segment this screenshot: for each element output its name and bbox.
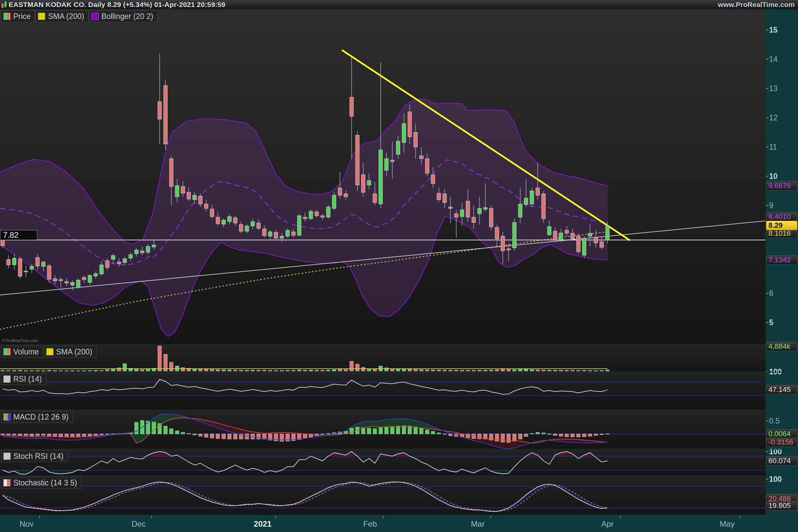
price-axis-tick-13: 13 (769, 84, 778, 93)
candle-down (205, 204, 208, 208)
volume-bar (222, 370, 225, 371)
volume-bar (518, 369, 522, 371)
volume-bar (530, 369, 534, 371)
horizontal-line-price-label[interactable]: 7.82 (0, 230, 37, 240)
candle-up (193, 195, 196, 200)
value-badge-macd-line-last: -0.3156 (766, 438, 797, 447)
volume-bar (466, 370, 470, 371)
macd-histogram-bar (396, 426, 400, 434)
volume-bar (391, 369, 394, 371)
candle-up (396, 141, 400, 154)
pane-divider[interactable] (0, 475, 798, 476)
month-label-Nov: Nov (20, 519, 34, 529)
volume-bar (228, 370, 231, 372)
volume-bar (297, 370, 301, 372)
candle-up (129, 255, 132, 258)
candle-up (385, 158, 388, 170)
stochrsi-legend: Stoch RSI (14) (1, 450, 68, 462)
volume-bar (257, 370, 260, 371)
value-badge-sma200: 8.1016 (766, 229, 797, 238)
volume-bar (135, 369, 138, 371)
volume-bar (65, 371, 69, 371)
macd-histogram-bar (501, 434, 505, 442)
axis-tick (740, 515, 740, 518)
volume-bar (455, 370, 458, 371)
prorealtime-link[interactable]: www.ProRealTime.com (718, 1, 795, 8)
volume-bar (356, 364, 359, 371)
macd-histogram-bar (88, 434, 92, 436)
candlestick-icon (1, 1, 7, 8)
axis-tick (766, 30, 768, 30)
sma-swatch-icon (38, 13, 45, 20)
volume-bar (117, 368, 121, 371)
candle-up (71, 282, 74, 285)
price-axis-tick-11: 11 (769, 142, 777, 152)
volume-bar (542, 370, 545, 371)
value-badge-rsi-last: 47.145 (766, 385, 797, 394)
volume-bar (24, 370, 27, 371)
macd-histogram-bar (565, 434, 569, 437)
volume-bar (36, 370, 39, 371)
volume-bar (350, 361, 354, 371)
volume-bar (7, 370, 10, 371)
candle-up (326, 207, 330, 217)
legend-price[interactable]: Price (1, 10, 35, 22)
prorealtime-window: EASTMAN KODAK CO. Daily 8.29 (+5.34%) 01… (0, 0, 798, 532)
macd-histogram-bar (478, 434, 481, 439)
macd-histogram-bar (326, 433, 330, 434)
volume-bar (332, 370, 336, 371)
value-badge-boll-lower: 7.1342 (766, 255, 797, 265)
candle-up (30, 266, 34, 269)
axis-tick (275, 515, 276, 518)
price-axis[interactable]: 151413121110965100M1000.510010050 (765, 9, 798, 532)
legend-sma200[interactable]: SMA (200) (36, 10, 89, 22)
candle-up (222, 220, 225, 224)
volume-legend: Volume SMA (200) (1, 346, 96, 358)
volume-bar (583, 370, 586, 371)
value-badge-last-price: 8.29 (766, 221, 797, 230)
volume-bar (606, 370, 609, 371)
volume-bar (408, 369, 412, 371)
candle-up (152, 245, 156, 247)
volume-bar (210, 369, 214, 371)
time-axis[interactable]: NovDec2021FebMarAprMay (0, 515, 798, 532)
candle-down (501, 236, 505, 251)
legend-stochrsi[interactable]: Stoch RSI (14) (1, 450, 68, 462)
volume-swatch-icon (3, 348, 11, 356)
volume-bar (414, 369, 417, 371)
pane-divider[interactable] (0, 372, 798, 373)
rsi-legend: RSI (14) (1, 373, 46, 385)
candle-up (280, 236, 284, 238)
candle-up (548, 226, 551, 235)
candle-up (309, 211, 312, 219)
legend-stochastic[interactable]: Stochastic (14 3 5) (1, 477, 81, 489)
candle-down (170, 158, 173, 187)
macd-histogram-bar (181, 432, 185, 434)
candle-down (565, 230, 569, 233)
pane-divider[interactable] (0, 449, 798, 450)
macd-histogram-bar (76, 434, 80, 437)
stochastic-swatch-icon (3, 479, 11, 487)
candle-up (245, 226, 249, 231)
macd-histogram-bar (391, 426, 394, 434)
candle-down (443, 194, 446, 203)
legend-bollinger[interactable]: Bollinger (20 2) (89, 10, 158, 22)
price-plot (0, 51, 798, 337)
candle-down (356, 135, 359, 185)
legend-volume[interactable]: Volume (1, 346, 43, 358)
macd-histogram-bar (559, 434, 563, 436)
candle-up (478, 208, 481, 214)
macd-histogram-bar (233, 434, 237, 439)
pane-divider[interactable] (0, 344, 798, 345)
macd-histogram-bar (280, 434, 284, 441)
volume-bar (280, 370, 284, 371)
macd-histogram-bar (548, 434, 551, 435)
legend-volume-sma[interactable]: SMA (200) (44, 346, 97, 358)
pane-divider[interactable] (0, 410, 798, 410)
candle-down (437, 193, 440, 200)
candle-up (583, 239, 586, 255)
legend-macd[interactable]: MACD (12 26 9) (1, 411, 73, 423)
macd-histogram-bar (65, 434, 69, 437)
legend-rsi[interactable]: RSI (14) (1, 373, 46, 385)
volume-bar (240, 370, 243, 371)
